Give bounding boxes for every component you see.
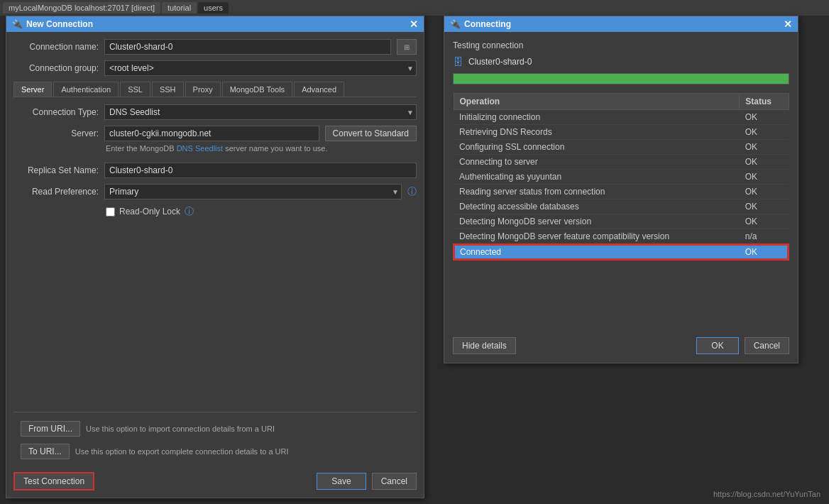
server-tabs-row: Server Authentication SSL SSH Proxy Mong… (13, 82, 417, 97)
table-row: Authenticating as yuyuntanOK (454, 170, 789, 185)
server-label: Server: (13, 128, 99, 138)
tab-ssh[interactable]: SSH (152, 82, 184, 97)
read-preference-label: Read Preference: (13, 187, 99, 197)
operation-cell: Connected (454, 244, 740, 260)
new-connection-close-button[interactable]: ✕ (410, 19, 418, 29)
watermark: https://blog.csdn.net/YuYunTan (713, 490, 820, 498)
replica-set-name-input[interactable] (104, 163, 417, 178)
new-connection-dialog: 🔌 New Connection ✕ Connection name: ⊞ Co… (6, 16, 424, 498)
database-icon: 🗄 (453, 56, 463, 67)
tab-authentication[interactable]: Authentication (53, 82, 119, 97)
tab-advanced[interactable]: Advanced (294, 82, 344, 97)
ok-button[interactable]: OK (696, 337, 738, 354)
grid-icon: ⊞ (404, 43, 410, 51)
operation-cell: Connecting to server (454, 155, 740, 170)
save-button[interactable]: Save (317, 473, 366, 490)
tab-users[interactable]: users (198, 2, 229, 13)
to-uri-button[interactable]: To URI... (21, 444, 70, 459)
status-cell: OK (740, 170, 789, 185)
cancel-button[interactable]: Cancel (372, 473, 417, 490)
connecting-footer: Hide details OK Cancel (453, 337, 789, 354)
operation-cell: Retrieving DNS Records (454, 125, 740, 140)
connection-name-label: Connection name: (13, 42, 99, 52)
status-column-header: Status (740, 94, 789, 110)
progress-bar (453, 73, 789, 84)
operation-cell: Configuring SSL connection (454, 140, 740, 155)
table-row: Initializing connectionOK (454, 110, 789, 125)
divider (13, 412, 417, 412)
connection-name-input[interactable] (104, 39, 391, 55)
status-cell: OK (740, 244, 789, 260)
table-row: Reading server status from connectionOK (454, 185, 789, 199)
status-cell: OK (740, 125, 789, 140)
tab-tutorial[interactable]: tutorial (162, 2, 197, 13)
table-row: ConnectedOK (454, 244, 789, 260)
operation-column-header: Operation (454, 94, 740, 110)
status-cell: n/a (740, 229, 789, 245)
status-cell: OK (740, 110, 789, 125)
connecting-cancel-button[interactable]: Cancel (745, 337, 789, 354)
operation-cell: Authenticating as yuyuntan (454, 170, 740, 185)
connection-group-label: Connection group: (13, 63, 99, 73)
tab-ssl[interactable]: SSL (120, 82, 150, 97)
connecting-name: Cluster0-shard-0 (468, 57, 532, 67)
convert-to-standard-button[interactable]: Convert to Standard (325, 126, 417, 141)
tab-mongodb-tools[interactable]: MongoDB Tools (222, 82, 292, 97)
replica-set-name-label: Replica Set Name: (13, 165, 99, 175)
read-only-lock-checkbox[interactable] (106, 207, 115, 217)
read-preference-info-icon[interactable]: ⓘ (407, 185, 417, 198)
read-only-lock-label: Read-Only Lock (119, 207, 180, 217)
test-connection-button[interactable]: Test Connection (13, 472, 94, 491)
status-cell: OK (740, 185, 789, 199)
table-row: Retrieving DNS RecordsOK (454, 125, 789, 140)
connecting-close-button[interactable]: ✕ (784, 19, 792, 29)
hide-details-button[interactable]: Hide details (453, 337, 516, 354)
testing-label: Testing connection (453, 40, 789, 50)
status-cell: OK (740, 214, 789, 229)
from-uri-button[interactable]: From URI... (21, 421, 80, 437)
tab-bar: myLocalMongoDB localhost:27017 [direct] … (0, 0, 829, 16)
new-connection-title: New Connection (26, 19, 93, 29)
operation-cell: Reading server status from connection (454, 185, 740, 199)
uri-buttons-row: From URI... Use this option to import co… (13, 421, 417, 437)
table-row: Connecting to serverOK (454, 155, 789, 170)
operation-cell: Detecting MongoDB server feature compati… (454, 229, 740, 245)
connecting-icon: 🔌 (450, 19, 460, 29)
tab-mylocalmongodb[interactable]: myLocalMongoDB localhost:27017 [direct] (3, 2, 160, 13)
new-connection-icon: 🔌 (12, 19, 22, 29)
read-preference-select[interactable]: Primary (104, 184, 402, 199)
server-hint: Enter the MongoDB DNS Seedlist server na… (106, 144, 417, 153)
status-cell: OK (740, 140, 789, 155)
tab-server[interactable]: Server (13, 82, 52, 97)
operation-cell: Initializing connection (454, 110, 740, 125)
new-connection-titlebar: 🔌 New Connection ✕ (6, 16, 424, 32)
read-only-lock-info-icon[interactable]: ⓘ (185, 205, 194, 218)
table-row: Configuring SSL connectionOK (454, 140, 789, 155)
status-cell: OK (740, 155, 789, 170)
operation-cell: Detecting MongoDB server version (454, 214, 740, 229)
connection-type-select[interactable]: DNS Seedlist (104, 104, 417, 120)
to-uri-row: To URI... Use this option to export comp… (13, 444, 417, 459)
connecting-dialog: 🔌 Connecting ✕ Testing connection 🗄 Clus… (444, 16, 798, 363)
status-cell: OK (740, 199, 789, 214)
table-row: Detecting accessible databasesOK (454, 199, 789, 214)
dns-seedlist-link[interactable]: DNS Seedlist (177, 144, 223, 153)
connection-type-label: Connection Type: (13, 107, 99, 117)
to-uri-hint: Use this option to export complete conne… (75, 444, 289, 459)
table-row: Detecting MongoDB server feature compati… (454, 229, 789, 245)
dialog-footer: Test Connection Save Cancel (13, 472, 417, 491)
connecting-title: Connecting (464, 19, 511, 29)
table-row: Detecting MongoDB server versionOK (454, 214, 789, 229)
operation-cell: Detecting accessible databases (454, 199, 740, 214)
connecting-titlebar: 🔌 Connecting ✕ (444, 16, 798, 32)
server-input[interactable] (104, 126, 319, 141)
tab-proxy[interactable]: Proxy (185, 82, 221, 97)
from-uri-hint: Use this option to import connection det… (86, 421, 275, 437)
operations-table: Operation Status Initializing connection… (453, 93, 789, 261)
connection-name-icon-btn[interactable]: ⊞ (397, 39, 417, 55)
progress-bar-fill (454, 74, 789, 84)
connection-group-select[interactable]: <root level> (104, 60, 417, 76)
